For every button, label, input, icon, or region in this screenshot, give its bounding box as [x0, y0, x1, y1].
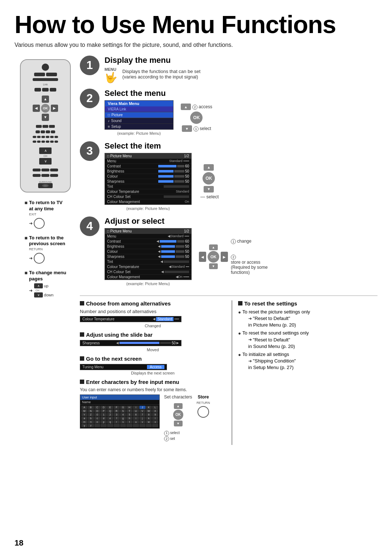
colour-temp-value: Standard — [156, 317, 174, 321]
ok-chars: OK — [173, 410, 183, 420]
key-U: U — [133, 409, 139, 413]
reset-sound: ● To reset the sound settings only ➜ "Re… — [238, 330, 377, 350]
dpad-down[interactable]: ▼ — [42, 114, 49, 121]
initialize-text: To initialize all settings — [242, 351, 296, 358]
key-jl: j — [139, 417, 146, 420]
circle-1a: 1 — [193, 126, 199, 131]
key-al: a — [81, 417, 87, 420]
note-return-tv: ■ To return to TV at any time EXIT ➜ — [25, 200, 66, 230]
up-arrow-3: ▲ — [204, 164, 214, 171]
next-screen-section: Go to the next screen Tuning Menu Access… — [80, 356, 226, 375]
up-4: ▲ — [209, 244, 218, 250]
access-label-2: 2 access — [192, 104, 212, 110]
ui-header: User input — [80, 395, 159, 400]
key-wl: w — [146, 420, 152, 424]
page-number: 18 — [15, 538, 23, 548]
dpad-left[interactable]: ◀ — [33, 105, 40, 112]
reset-picture-text: To reset the picture settings only — [242, 309, 310, 315]
ch-up-button[interactable]: ∧ — [39, 147, 52, 154]
step-1-title: Display the menu — [105, 56, 377, 65]
key-6: 6 — [133, 413, 139, 416]
store-return-circle — [197, 406, 209, 418]
exit-button-icon — [34, 218, 45, 229]
sharpness-row-4: Sharpness◀50 — [105, 254, 191, 259]
ok-button[interactable]: OK — [41, 104, 50, 113]
step-2-screen: Viera Main Menu VIERA Link □Picture ♪Sou… — [105, 100, 173, 130]
sharpness-row: Sharpness50 — [105, 179, 191, 184]
return-label: RETURN — [29, 247, 65, 251]
access-text: access — [199, 104, 212, 109]
pict-screen-header-3: □ Picture Menu1/2 — [105, 153, 191, 159]
ch-up-nav-icon: ∧ — [34, 283, 43, 288]
select-text: select — [200, 126, 211, 131]
ch-label: CH — [44, 155, 47, 157]
enter-chars-title: Enter characters by free input menu — [80, 379, 226, 385]
ok-icon-2: OK — [190, 112, 203, 124]
sharpness-box: Sharpness ◀ 50 ▶ — [80, 340, 181, 346]
surround-area: SURROUND ○○ — [38, 181, 53, 188]
key-vl: v — [139, 420, 146, 424]
key-3: 3 — [114, 413, 120, 416]
key-G: G — [120, 406, 126, 409]
reset-picture-location: in Picture Menu (p. 20) — [248, 322, 310, 328]
note-return-prev-title: To return to the previous screen — [29, 235, 65, 247]
picture-row: □Picture — [105, 112, 173, 118]
key-A: A — [81, 406, 87, 409]
key-D: D — [101, 406, 107, 409]
key-dl: d — [101, 417, 107, 420]
ok-icon-3: OK — [203, 172, 215, 185]
down-label: down — [44, 293, 53, 297]
step-3-nav: ▲ OK ▼ — select — [199, 164, 219, 199]
exit-label: EXIT — [29, 212, 62, 216]
step-3: 3 Select the item □ Picture Menu1/2 Menu… — [80, 141, 377, 211]
dpad-right[interactable]: ▶ — [51, 105, 58, 112]
initialize-arrow: "Shipping Condition" — [253, 358, 296, 364]
down-arrow-3: ▼ — [204, 186, 214, 193]
surround-button[interactable]: ○○ — [38, 183, 53, 188]
key-fl: f — [114, 417, 120, 420]
note-return-tv-title: To return to TV at any time — [29, 200, 62, 212]
ch-buttons: ∧ CH ∨ — [39, 147, 52, 165]
down-arrow-icon: ▼ — [182, 125, 192, 132]
next-screen-title: Go to the next screen — [80, 356, 226, 362]
tuning-label: Tuning Menu — [82, 365, 103, 369]
step-4: 4 Adjust or select □ Picture Menu1/2 Men… — [80, 216, 377, 286]
step-1-number: 1 — [80, 56, 99, 75]
key-1: 1 — [101, 413, 107, 416]
key-R: R — [114, 409, 120, 413]
key-sp1 — [94, 424, 101, 427]
key-sp6 — [126, 424, 132, 427]
bottom-grid: Choose from among alternatives Number an… — [80, 295, 377, 445]
colour-mgmt-row: Colour ManagementOn — [105, 199, 191, 204]
menu-row: MenuStandard ▪▪▪▪▪ — [105, 159, 191, 164]
key-ol: o — [94, 420, 101, 424]
bullet-square-4 — [80, 380, 84, 384]
dpad-up[interactable]: ▲ — [42, 96, 49, 103]
key-2: 2 — [107, 413, 113, 416]
key-L: L — [152, 406, 158, 409]
key-H: H — [126, 406, 132, 409]
remote-column: Link ▲ ▼ ◀ ▶ OK — [15, 56, 76, 445]
select-label-3: — select — [200, 194, 219, 199]
bottom-right: To reset the settings ● To reset the pic… — [232, 300, 377, 445]
ch-colour-row: CH Colour Set — [105, 194, 191, 199]
next-screen-caption: Displays the next screen — [80, 371, 226, 375]
key-I: I — [133, 406, 139, 409]
pict-screen-header-4: □ Picture Menu1/2 — [105, 228, 191, 234]
ch-down-button[interactable]: ∨ — [39, 158, 52, 165]
key-Q: Q — [107, 409, 113, 413]
key-9: 9 — [152, 413, 158, 416]
key-0: 0 — [94, 413, 101, 416]
key-F: F — [114, 406, 120, 409]
tuning-access: Access — [147, 365, 164, 369]
key-nl: n — [88, 420, 94, 424]
sharpness-label: Sharpness — [82, 341, 100, 345]
colour-temp-box: Colour Temperature ◀ Standard ▪▪▪▪ — [80, 316, 181, 322]
step-4-number: 4 — [80, 216, 99, 236]
step-2-nav: ▲ 2 access OK ▼ 1 — [181, 104, 212, 132]
note-change-pages-title: To change menu pages — [29, 270, 66, 282]
step-4-example: (example: Picture Menu) — [105, 281, 192, 286]
key-el: e — [107, 417, 113, 420]
page: How to Use Menu Functions Various menus … — [0, 0, 392, 555]
sound-row: ♪Sound — [105, 118, 173, 124]
